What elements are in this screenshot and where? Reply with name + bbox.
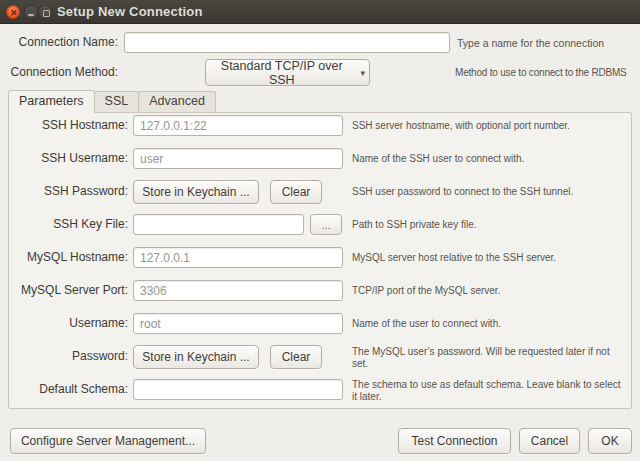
default-schema-label: Default Schema: [9,379,128,400]
ssh-password-clear-button[interactable]: Clear [270,180,322,204]
mysql-port-row: MySQL Server Port: TCP/IP port of the My… [9,280,631,302]
ssh-username-hint: Name of the SSH user to connect with. [352,148,628,169]
maximize-icon [43,10,50,17]
default-schema-row: Default Schema: The schema to use as def… [9,379,631,401]
tab-parameters[interactable]: Parameters [8,90,95,113]
connection-method-label: Connection Method: [0,62,118,83]
password-hint: The MySQL user’s password. Will be reque… [352,346,628,370]
cancel-button[interactable]: Cancel [519,428,580,454]
username-label: Username: [9,313,128,334]
password-row: Password: Store in Keychain ... Clear Th… [9,346,631,368]
password-label: Password: [9,346,128,367]
mysql-port-label: MySQL Server Port: [9,280,128,301]
ssh-username-input[interactable] [133,148,343,169]
ssh-keyfile-row: SSH Key File: ... Path to SSH private ke… [9,214,631,236]
password-store-keychain-button[interactable]: Store in Keychain ... [133,345,259,369]
connection-name-label: Connection Name: [0,32,118,53]
ssh-hostname-hint: SSH server hostname, with optional port … [352,115,628,136]
connection-method-value: Standard TCP/IP over SSH [210,59,353,87]
parameters-panel: SSH Hostname: SSH server hostname, with … [8,112,632,409]
ssh-hostname-input[interactable] [133,115,343,136]
password-clear-button[interactable]: Clear [270,345,322,369]
ssh-keyfile-hint: Path to SSH private key file. [352,214,628,235]
ssh-keyfile-label: SSH Key File: [9,214,128,235]
test-connection-button[interactable]: Test Connection [398,428,511,454]
ssh-keyfile-input[interactable] [133,214,304,235]
mysql-port-input[interactable] [133,280,343,301]
mysql-hostname-hint: MySQL server host relative to the SSH se… [352,247,628,268]
tab-ssl[interactable]: SSL [94,91,140,112]
ssh-password-label: SSH Password: [9,181,128,202]
maximize-button[interactable] [38,5,52,19]
ssh-hostname-row: SSH Hostname: SSH server hostname, with … [9,115,631,137]
ok-button[interactable]: OK [588,428,632,454]
ssh-username-label: SSH Username: [9,148,128,169]
close-button[interactable] [6,5,20,19]
connection-method-dropdown[interactable]: Standard TCP/IP over SSH ▾ [205,59,370,86]
tab-bar: Parameters SSL Advanced [8,90,215,113]
close-icon [10,9,16,15]
connection-name-hint: Type a name for the connection [457,32,604,53]
mysql-hostname-label: MySQL Hostname: [9,247,128,268]
mysql-port-hint: TCP/IP port of the MySQL server. [352,280,628,301]
ssh-username-row: SSH Username: Name of the SSH user to co… [9,148,631,170]
ssh-hostname-label: SSH Hostname: [9,115,128,136]
minimize-button[interactable] [24,5,38,19]
default-schema-input[interactable] [133,379,343,400]
username-input[interactable] [133,313,343,334]
default-schema-hint: The schema to use as default schema. Lea… [352,379,628,403]
window-title: Setup New Connection [57,4,203,19]
username-row: Username: Name of the user to connect wi… [9,313,631,335]
mysql-hostname-row: MySQL Hostname: MySQL server host relati… [9,247,631,269]
ssh-password-hint: SSH user password to connect to the SSH … [352,181,628,202]
connection-name-input[interactable] [124,32,450,53]
configure-server-management-button[interactable]: Configure Server Management... [10,428,206,454]
titlebar: Setup New Connection [0,0,640,24]
mysql-hostname-input[interactable] [133,247,343,268]
minimize-icon [28,14,34,16]
connection-method-hint: Method to use to connect to the RDBMS [455,61,627,85]
chevron-down-icon: ▾ [360,68,365,78]
ssh-keyfile-browse-button[interactable]: ... [310,214,342,235]
ssh-password-store-keychain-button[interactable]: Store in Keychain ... [133,180,259,204]
username-hint: Name of the user to connect with. [352,313,628,334]
ssh-password-row: SSH Password: Store in Keychain ... Clea… [9,181,631,203]
tab-advanced[interactable]: Advanced [138,91,216,112]
